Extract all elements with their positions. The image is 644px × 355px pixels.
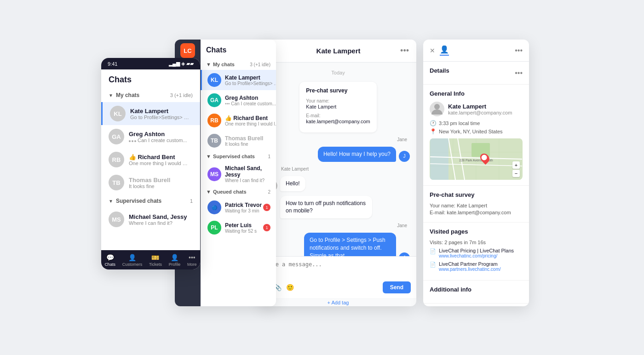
avatar: PL — [207, 221, 221, 235]
chat-info: Greg Ashton ••• Can I create custom... — [225, 95, 276, 106]
prechat-survey-title: Pre-chat survey — [430, 191, 523, 198]
additional-info-section: Additional info — [423, 281, 529, 303]
page-url[interactable]: www.livechatinc.com/pricing/ — [439, 253, 514, 258]
user-profile-icon[interactable]: 👤 — [440, 45, 449, 56]
details-title-row: Details ••• — [430, 67, 523, 79]
queued-chats-header[interactable]: ▼ Queued chats 2 — [201, 186, 276, 197]
chat-preview: One more thing I would like to a... — [129, 160, 189, 166]
mobile-status-bar: 9:41 ▂▄▆ ◈ ▰▰ — [101, 58, 200, 69]
chat-list-item[interactable]: RB 👍 Richard Bent One more thing I would… — [201, 110, 276, 131]
avatar: MS — [207, 167, 221, 181]
chat-info: Peter Luis Waiting for 52 s — [225, 222, 257, 234]
prechat-name-value: Your name: Kate Lampert — [430, 203, 487, 208]
nav-item-chats[interactable]: 💬 Chats — [104, 254, 115, 267]
page-info: LiveChat Partner Program www.partners.li… — [439, 261, 501, 272]
avatar: KL — [207, 73, 221, 87]
queued-label: Queued chats — [213, 189, 268, 195]
mobile-bottom-nav: 💬 Chats 👤 Customers 🎫 Tickets 👤 Profile … — [101, 250, 200, 269]
info-row-time: 🕐 3:33 pm local time — [430, 120, 523, 126]
emoji-icon[interactable]: 🙂 — [286, 284, 294, 291]
mobile-supervised-header[interactable]: ▼ Supervised chats 1 — [101, 194, 200, 208]
mobile-chat-item[interactable]: MS Michael Sand, Jessy Where I can find … — [101, 208, 200, 231]
mobile-chat-item[interactable]: GA Greg Ashton Can I create custom... — [101, 125, 200, 148]
msg-bubble: Hello! — [280, 176, 305, 191]
user-sender-label: Kate Lampert — [281, 166, 410, 172]
date-divider: Today — [266, 70, 410, 75]
chat-info: Michael Sand, Jessy Where I can find it? — [129, 213, 187, 226]
general-info-user: Kate Lampert kate.lampert@company.com — [430, 102, 523, 116]
chat-info: Kate Lampert Go to Profile>Settings> Pus… — [130, 108, 190, 120]
chat-window-header: Kate Lampert ••• — [260, 40, 416, 63]
details-content: Details ••• General Info Kate Lampert ka… — [423, 62, 529, 306]
info-row-location: 📍 New York, NY, United States — [430, 128, 523, 135]
msg-bubble: Go to Profile > Settings > Push notifica… — [304, 233, 396, 256]
add-tag-button[interactable]: + Add tag — [260, 298, 416, 306]
nav-item-more[interactable]: ••• More — [187, 254, 197, 267]
chat-list-item[interactable]: GA Greg Ashton ••• Can I create custom..… — [201, 90, 276, 110]
mobile-chat-item[interactable]: KL Kate Lampert Go to Profile>Settings> … — [101, 102, 200, 125]
details-options-button[interactable]: ••• — [515, 46, 523, 55]
mobile-supervised-label: Supervised chats — [116, 198, 190, 204]
prechat-email-value: E-mail: kate.lampert@company.com — [430, 210, 511, 215]
chat-window-title: Kate Lampert — [276, 47, 400, 55]
map-zoom-in[interactable]: + — [512, 161, 520, 169]
user-info: Kate Lampert kate.lampert@company.com — [448, 103, 512, 115]
nav-item-tickets[interactable]: 🎫 Tickets — [149, 254, 162, 267]
close-button[interactable]: ✕ — [430, 47, 435, 54]
chat-list-content: Chats ▼ My chats 3 (+1 idle) KL Kate Lam… — [201, 40, 276, 306]
nav-item-customers[interactable]: 👤 Customers — [122, 254, 143, 267]
chat-list-header: Chats — [201, 40, 276, 59]
prechat-survey-section: Pre-chat survey Your name: Kate Lampert … — [423, 186, 529, 223]
chat-list-item[interactable]: PL Peter Luis Waiting for 52 s 1 — [201, 218, 276, 238]
chat-list-item[interactable]: MS Michael Sand, Jessy Where I can find … — [201, 162, 276, 186]
chat-messages: Today Pre-chat survey Your name: Kate La… — [260, 63, 416, 256]
queued-count: 2 — [268, 189, 270, 195]
chat-preview: Waiting for 3 min — [225, 208, 262, 213]
chat-list-item[interactable]: TB Thomas Burell It looks fine — [201, 131, 276, 151]
chat-preview: Can I create custom... — [129, 137, 187, 143]
avatar: TB — [109, 175, 124, 190]
chat-window: Kate Lampert ••• Today Pre-chat survey Y… — [260, 40, 416, 306]
chat-name: Kate Lampert — [225, 74, 276, 81]
chat-input-toolbar: # 📎 🙂 Send — [265, 281, 411, 293]
chat-info: 👍 Richard Bent One more thing I would li… — [225, 115, 276, 126]
mobile-mychats-header[interactable]: ▼ My chats 3 (+1 idle) — [101, 88, 200, 102]
supervised-chats-header[interactable]: ▼ Supervised chats 1 — [201, 151, 276, 162]
send-button[interactable]: Send — [383, 281, 411, 293]
chat-list-item[interactable]: 🔵 Patrick Trevor Waiting for 3 min 1 — [201, 197, 276, 218]
page-url[interactable]: www.partners.livechatinc.com/ — [439, 267, 501, 272]
details-more-icon[interactable]: ••• — [515, 69, 523, 77]
page-icon: 📄 — [430, 248, 436, 254]
chat-preview: Go to Profile>Settings> Push not... — [130, 115, 190, 120]
more-icon: ••• — [189, 254, 196, 261]
chat-preview: It looks fine — [129, 183, 170, 189]
msg-bubble: Hello! How may I help you? — [318, 147, 396, 162]
page-icon: 📄 — [430, 262, 436, 268]
survey-email-label: E-mail: — [306, 113, 320, 118]
chat-options-button[interactable]: ••• — [400, 46, 409, 56]
mobile-mychats-label: My chats — [116, 92, 170, 98]
mobile-title: Chats — [101, 69, 200, 88]
visited-page-item: 📄 LiveChat Partner Program www.partners.… — [430, 261, 523, 272]
map-controls[interactable]: + − — [512, 161, 520, 177]
avatar: TB — [207, 134, 221, 148]
survey-card-wrapper: Pre-chat survey Your name: Kate Lampert … — [266, 82, 410, 132]
mobile-chat-item[interactable]: RB 👍 Richard Bent One more thing I would… — [101, 148, 200, 171]
chat-list-item[interactable]: KL Kate Lampert Go to Profile>Settings> … — [201, 70, 276, 90]
mobile-chat-item[interactable]: TB Thomas Burell It looks fine — [101, 171, 200, 194]
chat-info: 👍 Richard Bent One more thing I would li… — [129, 154, 189, 166]
visited-pages-section: Visited pages Visits: 2 pages in 7m 16s … — [423, 223, 529, 281]
nav-label: More — [187, 262, 197, 267]
avatar: GA — [109, 129, 124, 144]
msg-bubble: How to turn off push notifications on mo… — [280, 196, 372, 219]
map-zoom-out[interactable]: − — [512, 170, 520, 177]
nav-item-profile[interactable]: 👤 Profile — [169, 254, 181, 267]
visited-page-item: 📄 LiveChat Pricing | LiveChat Plans www.… — [430, 248, 523, 258]
user-email: kate.lampert@company.com — [448, 110, 512, 115]
queued-chats-section: ▼ Queued chats 2 🔵 Patrick Trevor Waitin… — [201, 186, 276, 238]
my-chats-section-header[interactable]: ▼ My chats 3 (+1 idle) — [201, 59, 276, 70]
page-title: LiveChat Pricing | LiveChat Plans — [439, 248, 514, 253]
chat-preview: Waiting for 52 s — [225, 229, 257, 234]
chat-input[interactable] — [265, 261, 411, 278]
supervised-chats-section: ▼ Supervised chats 1 MS Michael Sand, Je… — [201, 151, 276, 186]
